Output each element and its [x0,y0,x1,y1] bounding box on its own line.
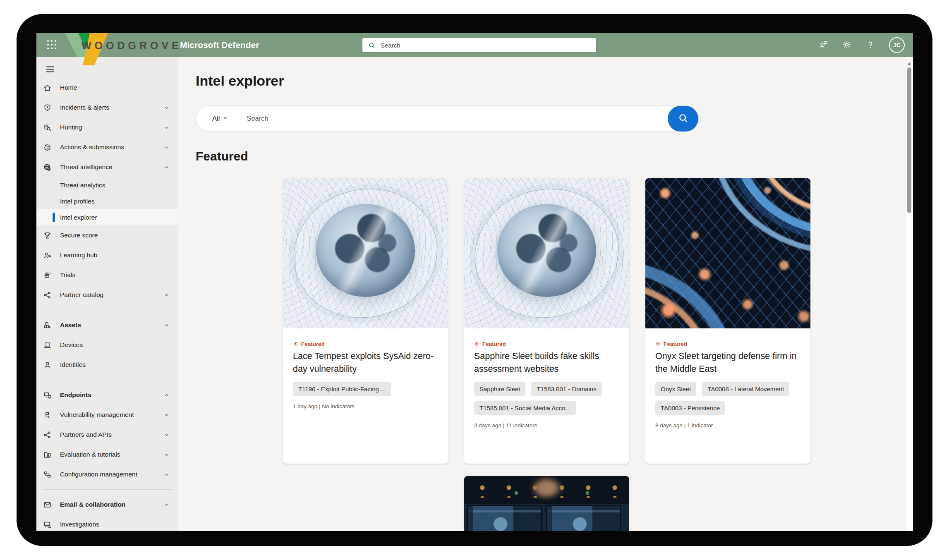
home-icon [42,83,52,93]
threat-intelligence-icon [42,162,52,172]
monitor-left [467,505,542,531]
trophy-icon [42,230,52,240]
sidebar-item-label: Threat intelligence [60,163,163,171]
sidebar-item-partners-and-apis[interactable]: Partners and APIs [36,425,178,445]
sidebar: Home Incidents & alerts Hunting Actions … [36,57,178,531]
sidebar-item-email-collaboration[interactable]: Email & collaboration [36,495,178,515]
sidebar-divider [42,310,172,310]
intel-search-input[interactable] [246,114,661,123]
devices-icon [42,340,52,350]
featured-badge-label: Featured [482,341,506,347]
sidebar-item-threat-analytics[interactable]: Threat analytics [36,177,178,193]
monitor-right [546,505,621,531]
sidebar-item-incidents-alerts[interactable]: Incidents & alerts [36,98,178,117]
sidebar-item-intel-profiles[interactable]: Intel profiles [36,193,178,209]
hunting-icon [42,122,52,132]
analyst-photo [464,476,629,531]
chevron-down-icon [163,452,170,458]
featured-badge: Featured [474,341,619,347]
search-scope-label: All [212,115,220,122]
featured-badge-label: Featured [664,341,687,347]
vertical-scrollbar [905,57,913,531]
device-frame: WOODGROVE Microsoft Defender JC Ho [17,14,932,546]
chevron-down-icon [163,124,170,131]
search-button[interactable] [668,106,698,132]
globe-sphere [316,204,415,297]
sidebar-item-secure-score[interactable]: Secure score [36,225,178,245]
sidebar-item-endpoints[interactable]: Endpoints [36,385,178,405]
sidebar-item-devices[interactable]: Devices [36,335,178,355]
tag-pill[interactable]: T1585.001 - Social Media Acco... [474,401,576,415]
chevron-down-icon [163,432,170,438]
main-content: Intel explorer All Featured [178,57,913,531]
sidebar-item-label: Partner catalog [60,291,163,299]
sidebar-item-trials[interactable]: Trials [36,265,178,285]
sidebar-item-evaluation-tutorials[interactable]: Evaluation & tutorials [36,445,178,464]
vulnerability-icon [42,410,52,420]
sidebar-item-label: Assets [60,321,163,329]
tag-pill[interactable]: T1583.001 - Domains [531,382,602,396]
help-button[interactable] [865,40,875,51]
collapse-nav-button[interactable] [42,63,58,77]
feedback-button[interactable] [818,40,828,51]
data-wave-illustration [645,178,810,328]
sidebar-item-label: Identities [60,361,175,369]
tag-pill[interactable]: Sapphire Sleet [474,382,525,396]
sidebar-item-label: Email & collaboration [60,501,163,508]
shield-alert-icon [42,103,52,112]
globe-network-illustration [464,178,629,328]
sidebar-item-partner-catalog[interactable]: Partner catalog [36,285,178,305]
sidebar-item-label: Evaluation & tutorials [60,451,163,458]
card-title: Lace Tempest exploits SysAid zero-day vu… [293,350,438,376]
tag-pill[interactable]: TA0008 - Lateral Movement [702,382,789,396]
sidebar-nav-list: Home Incidents & alerts Hunting Actions … [36,78,178,531]
card-body: Featured Onyx Sleet targeting defense fi… [645,328,810,428]
selected-indicator [53,213,55,222]
sidebar-item-label: Trials [60,271,175,279]
sidebar-item-investigations[interactable]: Investigations [36,515,178,531]
sidebar-item-vulnerability-management[interactable]: Vulnerability management [36,405,178,425]
no-icon [42,196,52,206]
sidebar-divider [42,380,172,380]
sidebar-item-identities[interactable]: Identities [36,355,178,375]
no-icon [42,180,52,190]
sidebar-item-label: Learning hub [60,251,175,259]
app-header: WOODGROVE Microsoft Defender JC [36,33,913,57]
sidebar-item-label: Configuration management [60,471,163,478]
settings-button[interactable] [842,40,852,51]
tag-pill[interactable]: T1190 - Exploit Public-Facing ... [293,382,391,396]
sidebar-item-label: Partners and APIs [60,431,163,438]
sidebar-item-actions-submissions[interactable]: Actions & submissions [36,137,178,157]
tag-pill[interactable]: TA0003 - Persistence [655,401,725,415]
target-icon [293,341,298,347]
sidebar-item-label: Investigations [60,521,175,528]
configuration-icon [42,469,52,479]
featured-card[interactable]: Featured Sapphire Sleet builds fake skil… [464,178,629,464]
sidebar-item-hunting[interactable]: Hunting [36,117,178,137]
featured-card[interactable]: Featured Onyx Sleet targeting defense fi… [645,178,810,464]
tag-pill[interactable]: Onyx Sleet [655,382,696,396]
sidebar-item-intel-explorer[interactable]: Intel explorer [36,209,178,225]
card-body: Featured Sapphire Sleet builds fake skil… [464,328,629,428]
app-launcher-button[interactable] [41,33,62,57]
sidebar-item-configuration-management[interactable]: Configuration management [36,464,178,484]
evaluation-icon [42,450,52,459]
chevron-up-icon [163,502,170,508]
avatar[interactable]: JC [889,37,905,53]
search-scope-dropdown[interactable]: All [210,114,231,123]
card-meta: 3 days ago | 11 indicators [474,422,619,428]
card-title: Onyx Sleet targeting defense firm in the… [655,350,800,376]
scroll-up-arrow[interactable] [907,60,911,65]
sidebar-item-assets[interactable]: Assets [36,315,178,335]
no-icon [42,213,52,223]
global-search-input[interactable] [380,41,596,49]
featured-card-partial[interactable] [464,476,629,531]
sidebar-item-threat-intelligence[interactable]: Threat intelligence [36,157,178,177]
scrollbar-thumb[interactable] [907,67,911,213]
featured-card[interactable]: Featured Lace Tempest exploits SysAid ze… [283,178,448,464]
card-body: Featured Lace Tempest exploits SysAid ze… [283,328,448,409]
sidebar-item-label: Vulnerability management [60,411,163,419]
sidebar-item-home[interactable]: Home [36,78,178,98]
featured-cards: Featured Lace Tempest exploits SysAid ze… [283,178,810,531]
sidebar-item-learning-hub[interactable]: Learning hub [36,245,178,265]
